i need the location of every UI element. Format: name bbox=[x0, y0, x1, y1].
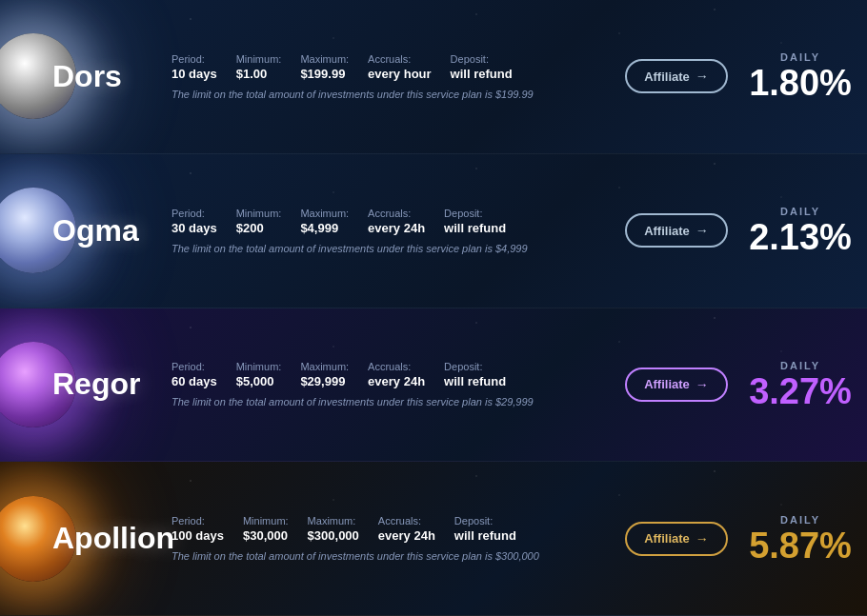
planet-area-dors: Dors bbox=[0, 0, 152, 153]
affiliate-arrow-dors: → bbox=[696, 69, 709, 84]
plan-info-ogma: Period: 30 days Minimum: $200 Maximum: $… bbox=[152, 196, 610, 266]
plan-limit-ogma: The limit on the total amount of investm… bbox=[171, 243, 600, 254]
stat-minimum-dors: Minimum: $1.00 bbox=[236, 53, 282, 81]
stat-period-dors: Period: 10 days bbox=[171, 53, 217, 81]
affiliate-button-apollion[interactable]: Affiliate → bbox=[625, 522, 728, 556]
plan-limit-apollion: The limit on the total amount of investm… bbox=[171, 550, 600, 562]
stat-minimum-regor: Minimum: $5,000 bbox=[236, 361, 282, 388]
plan-limit-regor: The limit on the total amount of investm… bbox=[171, 396, 600, 407]
stat-accruals-apollion: Accruals: every 24h bbox=[378, 515, 435, 543]
planet-area-apollion: Apollion bbox=[0, 462, 152, 615]
stat-maximum-regor: Maximum: $29,999 bbox=[300, 361, 349, 388]
plan-stats-regor: Period: 60 days Minimum: $5,000 Maximum:… bbox=[171, 361, 600, 388]
plan-info-apollion: Period: 100 days Minimum: $30,000 Maximu… bbox=[152, 504, 610, 573]
stat-maximum-dors: Maximum: $199.99 bbox=[300, 53, 349, 81]
plan-row-apollion: Apollion Period: 100 days Minimum: $30,0… bbox=[0, 462, 867, 616]
stat-accruals-ogma: Accruals: every 24h bbox=[368, 208, 425, 235]
daily-label-apollion: DAILY bbox=[780, 514, 820, 526]
stat-period-apollion: Period: 100 days bbox=[171, 515, 224, 543]
plan-stats-dors: Period: 10 days Minimum: $1.00 Maximum: … bbox=[171, 53, 600, 81]
daily-rate-area-ogma: DAILY 2.13% bbox=[743, 206, 867, 255]
plan-name-dors: Dors bbox=[52, 59, 122, 94]
stat-deposit-ogma: Deposit: will refund bbox=[444, 208, 506, 235]
stat-minimum-ogma: Minimum: $200 bbox=[236, 208, 282, 235]
daily-rate-area-regor: DAILY 3.27% bbox=[743, 360, 867, 409]
affiliate-button-dors[interactable]: Affiliate → bbox=[625, 59, 728, 93]
plan-row-ogma: Ogma Period: 30 days Minimum: $200 Maxim… bbox=[0, 154, 867, 308]
plan-stats-ogma: Period: 30 days Minimum: $200 Maximum: $… bbox=[171, 208, 600, 235]
plan-info-dors: Period: 10 days Minimum: $1.00 Maximum: … bbox=[152, 42, 610, 111]
stat-maximum-apollion: Maximum: $300,000 bbox=[308, 515, 359, 543]
daily-value-ogma: 2.13% bbox=[749, 219, 852, 255]
daily-label-dors: DAILY bbox=[780, 51, 820, 63]
plan-name-ogma: Ogma bbox=[52, 213, 139, 248]
plan-info-regor: Period: 60 days Minimum: $5,000 Maximum:… bbox=[152, 349, 610, 419]
stat-deposit-dors: Deposit: will refund bbox=[451, 53, 513, 81]
plans-container: Dors Period: 10 days Minimum: $1.00 Maxi… bbox=[0, 0, 867, 616]
affiliate-arrow-regor: → bbox=[696, 377, 709, 392]
stat-period-regor: Period: 60 days bbox=[171, 361, 217, 388]
plan-name-regor: Regor bbox=[52, 367, 140, 402]
stat-accruals-dors: Accruals: every hour bbox=[368, 53, 431, 81]
affiliate-button-ogma[interactable]: Affiliate → bbox=[625, 213, 728, 248]
daily-rate-area-dors: DAILY 1.80% bbox=[743, 51, 867, 101]
affiliate-btn-area-apollion: Affiliate → bbox=[610, 522, 743, 556]
daily-value-regor: 3.27% bbox=[749, 373, 852, 409]
plan-row-dors: Dors Period: 10 days Minimum: $1.00 Maxi… bbox=[0, 0, 867, 154]
stat-period-ogma: Period: 30 days bbox=[171, 208, 217, 235]
plan-stats-apollion: Period: 100 days Minimum: $30,000 Maximu… bbox=[171, 515, 600, 543]
daily-value-apollion: 5.87% bbox=[749, 527, 852, 564]
stat-accruals-regor: Accruals: every 24h bbox=[368, 361, 425, 388]
stat-deposit-apollion: Deposit: will refund bbox=[454, 515, 516, 543]
stat-maximum-ogma: Maximum: $4,999 bbox=[300, 208, 349, 235]
daily-rate-area-apollion: DAILY 5.87% bbox=[743, 514, 867, 564]
affiliate-btn-area-regor: Affiliate → bbox=[610, 368, 743, 402]
affiliate-arrow-ogma: → bbox=[696, 223, 709, 238]
daily-value-dors: 1.80% bbox=[749, 65, 852, 101]
affiliate-btn-area-dors: Affiliate → bbox=[610, 59, 743, 93]
planet-area-regor: Regor bbox=[0, 308, 152, 462]
affiliate-btn-area-ogma: Affiliate → bbox=[610, 213, 743, 248]
plan-limit-dors: The limit on the total amount of investm… bbox=[171, 89, 600, 100]
affiliate-button-regor[interactable]: Affiliate → bbox=[625, 368, 728, 402]
affiliate-arrow-apollion: → bbox=[696, 531, 709, 546]
stat-deposit-regor: Deposit: will refund bbox=[444, 361, 506, 388]
plan-row-regor: Regor Period: 60 days Minimum: $5,000 Ma… bbox=[0, 308, 867, 463]
daily-label-regor: DAILY bbox=[780, 360, 820, 371]
daily-label-ogma: DAILY bbox=[780, 206, 820, 217]
stat-minimum-apollion: Minimum: $30,000 bbox=[243, 515, 289, 543]
planet-area-ogma: Ogma bbox=[0, 154, 152, 308]
